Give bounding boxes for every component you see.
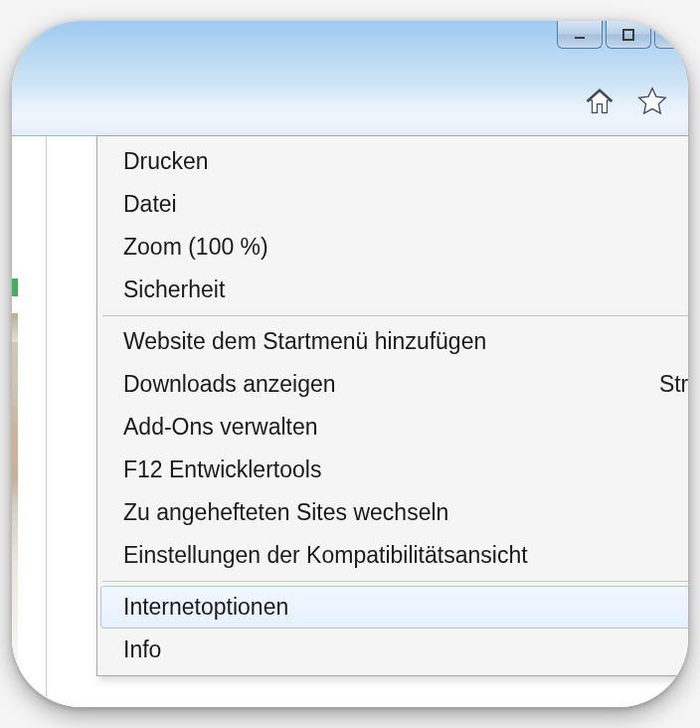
menu-item-label: Website dem Startmenü hinzufügen (123, 328, 486, 355)
menu-item-print[interactable]: Drucken (100, 140, 688, 183)
svg-rect-1 (623, 30, 633, 40)
menu-item-addons[interactable]: Add-Ons verwalten (100, 406, 688, 449)
left-strip-accent (12, 136, 18, 707)
home-icon (585, 87, 614, 116)
close-button[interactable] (654, 21, 688, 49)
menu-item-label: Datei (123, 191, 177, 218)
minimize-button[interactable] (557, 21, 603, 49)
menu-item-zoom[interactable]: Zoom (100 %) (100, 226, 688, 269)
menu-item-label: Add-Ons verwalten (123, 414, 318, 441)
maximize-button[interactable] (606, 21, 651, 49)
caption-buttons (557, 21, 688, 49)
left-strip (12, 136, 47, 707)
menu-item-downloads[interactable]: Downloads anzeigen Strg+J (100, 363, 688, 406)
toolbar-icons (585, 86, 668, 117)
menu-item-label: Downloads anzeigen (123, 371, 336, 398)
menu-item-label: F12 Entwicklertools (123, 456, 321, 483)
window: Drucken Datei Zoom (100 %) Sicherheit (12, 21, 688, 707)
page-area: Drucken Datei Zoom (100 %) Sicherheit (47, 136, 688, 707)
favorites-button[interactable] (636, 86, 668, 117)
menu-item-security[interactable]: Sicherheit (100, 269, 688, 311)
menu-item-label: Info (123, 637, 161, 663)
titlebar (12, 21, 688, 136)
menu-item-add-to-start[interactable]: Website dem Startmenü hinzufügen (100, 320, 688, 363)
menu-item-pinned-sites[interactable]: Zu angehefteten Sites wechseln (100, 491, 688, 534)
menu-separator (102, 315, 688, 316)
menu-item-label: Internetoptionen (123, 594, 288, 621)
home-button[interactable] (585, 87, 614, 116)
menu-item-label: Sicherheit (123, 276, 225, 303)
menu-item-compat-view[interactable]: Einstellungen der Kompatibilitätsansicht (100, 534, 688, 577)
menu-item-label: Einstellungen der Kompatibilitätsansicht (123, 542, 528, 569)
menu-item-file[interactable]: Datei (100, 183, 688, 226)
menu-separator (102, 581, 688, 582)
menu-item-label: Zoom (100 %) (123, 234, 268, 261)
minimize-icon (573, 28, 587, 42)
menu-item-devtools[interactable]: F12 Entwicklertools (100, 449, 688, 491)
menu-item-about[interactable]: Info (100, 629, 688, 671)
content-area: Drucken Datei Zoom (100 %) Sicherheit (12, 136, 688, 707)
menu-item-internet-options[interactable]: Internetoptionen (100, 586, 688, 629)
star-icon (636, 86, 668, 117)
maximize-icon (621, 28, 635, 42)
tools-menu: Drucken Datei Zoom (100 %) Sicherheit (96, 135, 688, 676)
menu-item-shortcut: Strg+J (659, 371, 688, 398)
menu-item-label: Zu angehefteten Sites wechseln (123, 499, 448, 526)
menu-item-label: Drucken (123, 148, 209, 175)
svg-rect-0 (575, 37, 585, 39)
close-icon (664, 28, 678, 42)
